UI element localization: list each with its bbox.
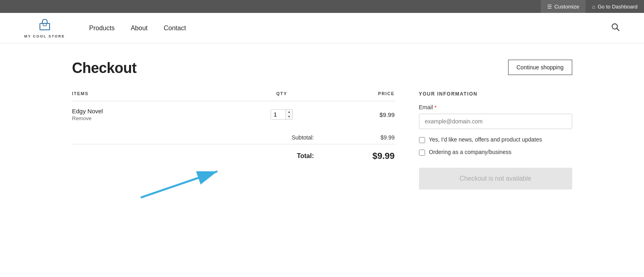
newsletter-checkbox-row: Yes, I'd like news, offers and product u…	[419, 136, 572, 143]
main-nav: Products About Contact	[81, 21, 194, 35]
blue-arrow-annotation	[137, 165, 225, 202]
item-price: $9.99	[314, 101, 395, 128]
checkout-layout: ITEMS QTY PRICE Edgy Novel Remove	[72, 91, 572, 202]
top-bar: ☰ Customize ⌂ Go to Dashboard	[0, 0, 644, 13]
customize-button[interactable]: ☰ Customize	[541, 0, 586, 13]
qty-spinner: ▲ ▼	[271, 109, 293, 120]
required-star: *	[435, 104, 437, 110]
company-checkbox[interactable]	[419, 150, 425, 156]
svg-rect-0	[40, 23, 50, 30]
home-icon: ⌂	[592, 4, 595, 10]
qty-up-button[interactable]: ▲	[286, 110, 292, 115]
checkout-title: Checkout	[72, 60, 137, 77]
qty-cell: ▲ ▼	[250, 101, 314, 128]
checkout-header: Checkout Continue shopping	[72, 60, 572, 77]
continue-shopping-button[interactable]: Continue shopping	[508, 60, 572, 75]
email-label-container: Email *	[419, 104, 572, 110]
email-input[interactable]	[419, 114, 572, 129]
email-label-text: Email	[419, 104, 433, 110]
svg-line-3	[617, 29, 619, 31]
main-content: Checkout Continue shopping ITEMS QTY PRI…	[40, 44, 604, 218]
table-row: Edgy Novel Remove ▲ ▼	[72, 101, 395, 128]
company-label: Ordering as a company/business	[429, 149, 512, 155]
info-section: YOUR INFORMATION Email * Yes, I'd like n…	[419, 91, 572, 202]
qty-arrows: ▲ ▼	[286, 110, 292, 119]
your-info-title: YOUR INFORMATION	[419, 91, 572, 97]
total-row: Total: $9.99	[72, 144, 395, 162]
nav-contact[interactable]: Contact	[156, 21, 194, 35]
logo-link[interactable]: MY COOL STORE	[24, 18, 65, 38]
item-name: Edgy Novel	[72, 101, 250, 115]
cart-section: ITEMS QTY PRICE Edgy Novel Remove	[72, 91, 395, 202]
logo-text: MY COOL STORE	[24, 34, 65, 38]
dashboard-button[interactable]: ⌂ Go to Dashboard	[586, 0, 644, 13]
nav-products[interactable]: Products	[81, 21, 123, 35]
qty-down-button[interactable]: ▼	[286, 115, 292, 119]
col-items: ITEMS	[72, 91, 250, 101]
checkout-unavailable-button: Checkout is not available	[419, 168, 572, 190]
nav-about[interactable]: About	[123, 21, 156, 35]
subtotal-value: $9.99	[314, 128, 395, 144]
col-price: PRICE	[314, 91, 395, 101]
total-label: Total:	[250, 144, 314, 162]
qty-input[interactable]	[271, 110, 286, 119]
newsletter-checkbox[interactable]	[419, 137, 425, 143]
newsletter-label: Yes, I'd like news, offers and product u…	[429, 136, 542, 143]
logo-icon	[38, 18, 51, 33]
svg-line-5	[141, 171, 217, 198]
col-qty: QTY	[250, 91, 314, 101]
subtotal-row: Subtotal: $9.99	[72, 128, 395, 144]
customize-icon: ☰	[547, 4, 552, 10]
site-header: MY COOL STORE Products About Contact	[0, 13, 644, 44]
total-value: $9.99	[314, 144, 395, 162]
company-checkbox-row: Ordering as a company/business	[419, 149, 572, 156]
search-icon[interactable]	[611, 23, 620, 33]
remove-item-link[interactable]: Remove	[72, 115, 250, 128]
subtotal-label: Subtotal:	[250, 128, 314, 144]
cart-table: ITEMS QTY PRICE Edgy Novel Remove	[72, 91, 395, 161]
